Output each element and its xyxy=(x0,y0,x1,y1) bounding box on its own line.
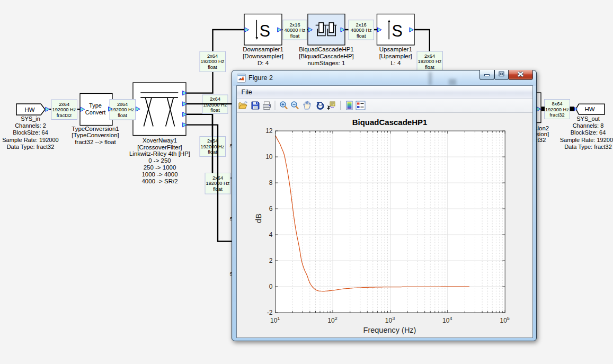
svg-text:[Downsampler]: [Downsampler] xyxy=(243,53,283,59)
svg-text:Sample Rate: 192000: Sample Rate: 192000 xyxy=(560,137,613,143)
svg-text:192000 Hz: 192000 Hz xyxy=(201,59,225,64)
svg-text:250 -> 1000: 250 -> 1000 xyxy=(144,164,176,171)
svg-text:numStages: 1: numStages: 1 xyxy=(308,60,345,66)
svg-text:[TypeConversion]: [TypeConversion] xyxy=(72,132,119,138)
svg-text:0 -> 250: 0 -> 250 xyxy=(148,157,171,164)
svg-text:[BiquadCascadeHP]: [BiquadCascadeHP] xyxy=(299,53,354,59)
svg-text:BlockSize: 64: BlockSize: 64 xyxy=(571,129,606,136)
svg-text:Upsampler1: Upsampler1 xyxy=(379,46,412,52)
svg-text:XoverNway1: XoverNway1 xyxy=(143,137,177,144)
svg-text:fract32 --> float: fract32 --> float xyxy=(75,139,116,145)
svg-text:Sample Rate: 192000: Sample Rate: 192000 xyxy=(2,137,58,143)
svg-text:192000 Hz: 192000 Hz xyxy=(545,107,569,112)
svg-text:S: S xyxy=(392,22,403,40)
svg-text:2x64: 2x64 xyxy=(207,54,218,59)
svg-text:48000 Hz: 48000 Hz xyxy=(285,28,306,33)
svg-text:Downsampler1: Downsampler1 xyxy=(243,46,283,52)
svg-text:HW: HW xyxy=(24,106,34,113)
svg-text:SYS_out: SYS_out xyxy=(576,116,599,122)
svg-text:[CrossoverFilter]: [CrossoverFilter] xyxy=(137,144,182,150)
svg-text:2x64: 2x64 xyxy=(424,54,435,59)
svg-text:4000 -> SR/2: 4000 -> SR/2 xyxy=(141,178,177,184)
svg-text:Convert: Convert xyxy=(85,109,106,116)
svg-text:BiquadCascadeHP1: BiquadCascadeHP1 xyxy=(299,46,354,52)
svg-text:2x64: 2x64 xyxy=(59,102,69,107)
svg-text:float: float xyxy=(118,113,127,118)
svg-text:Linkwitz-Riley 4th [HP]: Linkwitz-Riley 4th [HP] xyxy=(129,150,190,157)
svg-text:2x64: 2x64 xyxy=(210,96,220,102)
svg-text:S: S xyxy=(260,22,270,40)
svg-text:2x16: 2x16 xyxy=(356,22,367,28)
svg-text:float: float xyxy=(210,108,220,113)
svg-text:float: float xyxy=(425,65,434,70)
svg-text:2x16: 2x16 xyxy=(289,22,300,28)
svg-text:float: float xyxy=(357,33,366,39)
svg-text:float: float xyxy=(208,65,217,70)
svg-text:HW: HW xyxy=(584,106,594,112)
svg-text:Data Type: fract32: Data Type: fract32 xyxy=(7,144,55,150)
svg-text:192000 Hz: 192000 Hz xyxy=(111,107,135,112)
svg-text:fract32: fract32 xyxy=(549,112,564,118)
svg-text:Type: Type xyxy=(89,102,102,109)
svg-text:Channels: 8: Channels: 8 xyxy=(573,122,604,129)
svg-text:BlockSize: 64: BlockSize: 64 xyxy=(13,129,48,136)
svg-text:L: 4: L: 4 xyxy=(390,60,401,66)
svg-text:8x64: 8x64 xyxy=(552,101,562,106)
svg-text:float: float xyxy=(290,33,300,39)
svg-text:192000 Hz: 192000 Hz xyxy=(203,102,227,108)
svg-text:192000 Hz: 192000 Hz xyxy=(418,59,442,64)
svg-text:48000 Hz: 48000 Hz xyxy=(351,28,372,33)
svg-text:D: 4: D: 4 xyxy=(257,60,269,66)
svg-text:Data Type: fract32: Data Type: fract32 xyxy=(564,144,612,150)
svg-text:1000 -> 4000: 1000 -> 4000 xyxy=(141,171,177,177)
svg-text:TypeConversion1: TypeConversion1 xyxy=(72,126,119,132)
svg-text:[Upsampler]: [Upsampler] xyxy=(379,53,412,59)
svg-text:Channels: 2: Channels: 2 xyxy=(15,122,46,129)
svg-text:192000 Hz: 192000 Hz xyxy=(52,107,76,112)
svg-text:2x64: 2x64 xyxy=(117,102,128,107)
svg-text:SYS_in: SYS_in xyxy=(21,116,40,122)
svg-text:fract32: fract32 xyxy=(57,113,72,118)
